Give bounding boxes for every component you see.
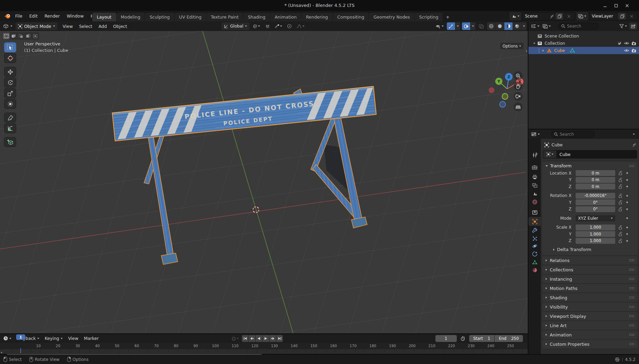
tool-add-cube[interactable]: [4, 137, 16, 147]
panel-drag-handle[interactable]: [629, 305, 634, 308]
viewport-menu-object[interactable]: Object: [110, 24, 130, 29]
jump-to-start-button[interactable]: [242, 335, 248, 342]
row-cube-selected[interactable]: Cube: [528, 47, 639, 54]
properties-options-dropdown[interactable]: [633, 134, 635, 135]
properties-search[interactable]: [551, 131, 595, 138]
workspace-tab-geometry-nodes[interactable]: Geometry Nodes: [369, 13, 414, 21]
orientation-dropdown[interactable]: Global: [221, 22, 249, 30]
tab-render[interactable]: [528, 163, 541, 172]
new-viewlayer-button[interactable]: [618, 13, 626, 20]
mode-dropdown[interactable]: Object Mode: [16, 22, 58, 30]
transform-value-field[interactable]: 0°: [576, 199, 615, 205]
auto-key-button[interactable]: [230, 335, 240, 342]
outliner-filter-button[interactable]: [619, 22, 628, 30]
tab-material[interactable]: [528, 266, 541, 274]
select-mode-invert[interactable]: [24, 33, 31, 39]
animate-dot[interactable]: [626, 233, 628, 235]
panel-drag-handle[interactable]: [629, 259, 634, 262]
animate-dot[interactable]: [626, 208, 628, 210]
menubar-item-render[interactable]: Render: [41, 11, 63, 21]
start-frame-field[interactable]: Start1: [469, 335, 494, 342]
lock-open-icon[interactable]: [619, 171, 622, 175]
panel-drag-handle[interactable]: [629, 333, 634, 336]
show-gizmo-toggle[interactable]: [447, 22, 455, 30]
lock-open-icon[interactable]: [619, 184, 622, 189]
transform-value-field[interactable]: 1.000: [576, 231, 615, 237]
tool-select-box[interactable]: [4, 42, 16, 52]
workspace-tab-shading[interactable]: Shading: [244, 13, 270, 21]
select-mode-intersect[interactable]: [32, 33, 39, 39]
overlays-dropdown[interactable]: [471, 22, 475, 30]
properties-editor-type-button[interactable]: [530, 130, 540, 138]
row-scene-collection[interactable]: Scene Collection: [528, 32, 639, 40]
prev-keyframe-button[interactable]: [249, 335, 255, 342]
panel-viewport-display[interactable]: Viewport Display: [542, 312, 638, 320]
jump-to-end-button[interactable]: [276, 335, 283, 342]
close-button[interactable]: [622, 1, 631, 10]
panel-line-art[interactable]: Line Art: [542, 321, 638, 330]
viewlayer-name-field[interactable]: ViewLayer: [589, 12, 638, 20]
panel-drag-handle[interactable]: [629, 324, 634, 327]
add-workspace-button[interactable]: +: [443, 13, 452, 21]
camera-view-button[interactable]: [514, 92, 523, 101]
shading-solid-button[interactable]: [496, 22, 504, 30]
workspace-tab-sculpting[interactable]: Sculpting: [145, 13, 174, 21]
pivot-dropdown[interactable]: [251, 22, 261, 30]
properties-search-input[interactable]: [560, 132, 589, 137]
workspace-tab-animation[interactable]: Animation: [270, 13, 301, 21]
scene-name-field[interactable]: Scene: [523, 12, 575, 20]
timeline-editor-type-button[interactable]: [2, 334, 12, 343]
viewlayer-browse-button[interactable]: [576, 12, 588, 20]
animate-dot[interactable]: [626, 201, 628, 203]
barricade-object[interactable]: POLICE LINE - DO NOT CROSS POLICE DEPT: [112, 86, 376, 264]
viewport-menu-view[interactable]: View: [60, 24, 76, 29]
viewport-menu-add[interactable]: Add: [95, 24, 110, 29]
rotation-mode-dropdown[interactable]: XYZ Euler: [576, 215, 615, 221]
pin-icon[interactable]: [549, 14, 554, 19]
timeline-channels[interactable]: [0, 349, 528, 354]
current-frame-badge[interactable]: 1: [16, 334, 25, 340]
menubar-item-window[interactable]: Window: [63, 11, 87, 21]
lock-open-icon[interactable]: [619, 178, 622, 182]
tab-output[interactable]: [528, 173, 541, 181]
collection-checkbox[interactable]: [617, 41, 622, 45]
panel-drag-handle[interactable]: [629, 296, 634, 299]
panel-visibility[interactable]: Visibility: [542, 303, 638, 311]
viewport-canvas[interactable]: POLICE LINE - DO NOT CROSS POLICE DEPT: [0, 31, 528, 333]
ortho-toggle-button[interactable]: [514, 102, 523, 111]
animate-dot[interactable]: [626, 227, 628, 228]
panel-custom-properties[interactable]: Custom Properties: [542, 340, 638, 348]
tool-rotate[interactable]: [4, 77, 16, 87]
gizmo-z-ball[interactable]: [505, 73, 513, 81]
tool-options-dropdown[interactable]: Options: [500, 43, 524, 49]
lock-open-icon[interactable]: [619, 200, 622, 205]
workspace-tab-rendering[interactable]: Rendering: [301, 13, 332, 21]
gizmo-dropdown[interactable]: [455, 22, 460, 30]
snap-target-dropdown[interactable]: [273, 22, 284, 30]
lock-open-icon[interactable]: [619, 232, 622, 236]
shading-wireframe-button[interactable]: [487, 22, 495, 30]
marker-menu[interactable]: Marker: [81, 336, 101, 341]
current-frame-field[interactable]: 1: [435, 335, 457, 342]
blender-logo-icon[interactable]: [3, 13, 11, 19]
menubar-item-file[interactable]: File: [12, 11, 26, 21]
falloff-dropdown[interactable]: [295, 22, 306, 30]
sidebar-toggle-handle[interactable]: ‹: [526, 48, 527, 53]
new-scene-button[interactable]: [556, 13, 563, 20]
expand-icon[interactable]: [543, 50, 544, 52]
disable-render-camera-icon[interactable]: [631, 49, 636, 52]
transform-value-field[interactable]: -0.000016°: [576, 193, 615, 199]
animate-dot[interactable]: [626, 179, 628, 181]
new-collection-button[interactable]: [629, 23, 637, 30]
animate-dot[interactable]: [626, 172, 628, 174]
workspace-tab-uv-editing[interactable]: UV Editing: [175, 13, 206, 21]
hide-eye-icon[interactable]: [624, 49, 629, 52]
disable-render-camera-icon[interactable]: [631, 41, 636, 45]
pan-button[interactable]: [514, 82, 523, 91]
lock-open-icon[interactable]: [619, 225, 622, 230]
tab-object[interactable]: [528, 217, 541, 226]
keying-menu[interactable]: Keying: [42, 336, 65, 341]
transform-value-field[interactable]: 0 m: [576, 170, 615, 176]
editor-type-button[interactable]: [2, 22, 13, 30]
tab-scene[interactable]: [528, 189, 541, 198]
